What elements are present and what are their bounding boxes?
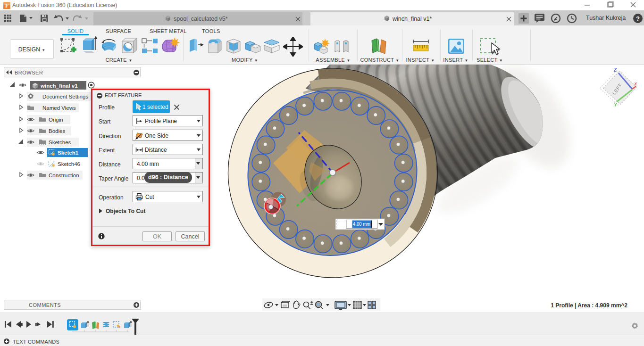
svg-text:F: F <box>5 3 8 8</box>
svg-text:?: ? <box>636 15 640 22</box>
svg-text:Z: Z <box>613 67 617 73</box>
svg-text:4.00 mm: 4.00 mm <box>353 221 370 227</box>
svg-text:X: X <box>634 82 637 86</box>
